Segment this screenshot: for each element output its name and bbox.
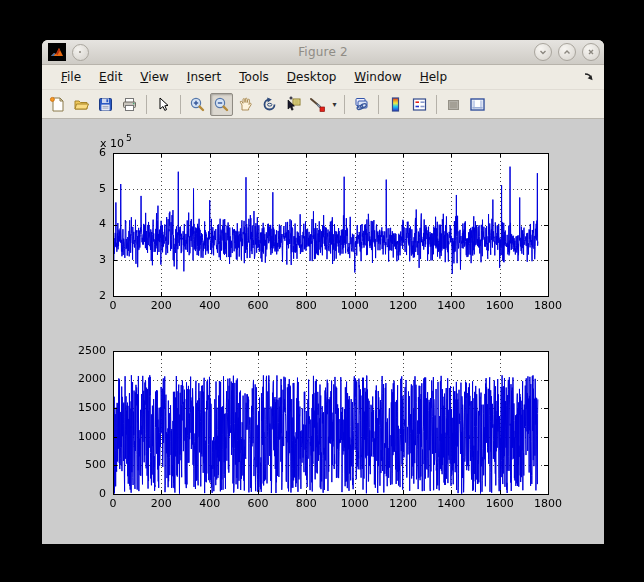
menu-window[interactable]: Window	[345, 67, 410, 87]
legend-icon	[411, 96, 428, 113]
save-figure-button[interactable]	[94, 93, 117, 116]
maximize-button[interactable]	[558, 43, 576, 61]
edit-plot-button[interactable]	[152, 93, 175, 116]
toolbar-separator	[344, 95, 345, 114]
toolbar-separator	[436, 95, 437, 114]
new-figure-button[interactable]	[46, 93, 69, 116]
menu-tools[interactable]: Tools	[230, 67, 278, 87]
link-chain-icon	[353, 96, 370, 113]
hide-plot-tools-button[interactable]	[442, 93, 465, 116]
data-cursor-icon	[285, 96, 302, 113]
figure-window: Figure 2 File Edit View Insert Tools Des…	[42, 40, 604, 541]
insert-legend-button[interactable]	[408, 93, 431, 116]
print-figure-button[interactable]	[118, 93, 141, 116]
rotate-3d-icon	[261, 96, 278, 113]
brush-dropdown-caret[interactable]: ▾	[330, 93, 339, 116]
dock-figure-icon[interactable]	[583, 70, 596, 83]
matlab-logo-icon	[48, 43, 66, 61]
zoom-in-button[interactable]	[186, 93, 209, 116]
brush-data-button[interactable]	[306, 93, 329, 116]
zoom-out-icon	[213, 96, 230, 113]
close-button[interactable]	[582, 43, 600, 61]
printer-icon	[121, 96, 138, 113]
toolbar-separator	[146, 95, 147, 114]
figure-canvas-area	[42, 119, 604, 544]
hand-pan-icon	[237, 96, 254, 113]
desktop-background: { "window": { "title": "Figure 2", "titl…	[0, 0, 644, 582]
menu-view[interactable]: View	[131, 67, 177, 87]
figure-toolbar: ▾	[42, 90, 604, 119]
show-plot-tools-icon	[469, 96, 486, 113]
minimize-button[interactable]	[534, 43, 552, 61]
menu-file[interactable]: File	[52, 67, 90, 87]
insert-colorbar-button[interactable]	[384, 93, 407, 116]
rotate-3d-button[interactable]	[258, 93, 281, 116]
zoom-out-button[interactable]	[210, 93, 233, 116]
pan-button[interactable]	[234, 93, 257, 116]
title-bar[interactable]: Figure 2	[42, 40, 604, 65]
save-floppy-icon	[97, 96, 114, 113]
open-folder-icon	[73, 96, 90, 113]
new-document-icon	[49, 96, 66, 113]
link-plot-button[interactable]	[350, 93, 373, 116]
open-file-button[interactable]	[70, 93, 93, 116]
window-title: Figure 2	[42, 45, 604, 59]
menu-insert[interactable]: Insert	[178, 67, 230, 87]
toolbar-separator	[180, 95, 181, 114]
pointer-arrow-icon	[155, 96, 172, 113]
show-plot-tools-button[interactable]	[466, 93, 489, 116]
menu-desktop[interactable]: Desktop	[278, 67, 346, 87]
plots-canvas[interactable]	[42, 119, 604, 544]
menu-edit[interactable]: Edit	[90, 67, 131, 87]
toolbar-separator	[378, 95, 379, 114]
colorbar-icon	[387, 96, 404, 113]
hide-plot-tools-icon	[445, 96, 462, 113]
data-cursor-button[interactable]	[282, 93, 305, 116]
brush-icon	[309, 96, 326, 113]
menu-help[interactable]: Help	[411, 67, 456, 87]
window-menu-button[interactable]	[72, 44, 89, 61]
zoom-in-icon	[189, 96, 206, 113]
menu-bar: File Edit View Insert Tools Desktop Wind…	[42, 65, 604, 90]
